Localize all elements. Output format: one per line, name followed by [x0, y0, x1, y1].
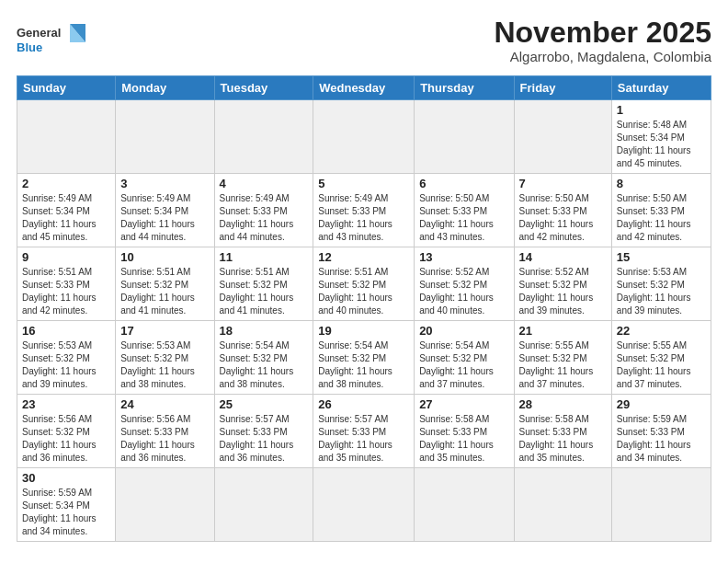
day-number: 12 [318, 250, 409, 264]
week-row-6: 30Sunrise: 5:59 AM Sunset: 5:34 PM Dayli… [17, 468, 711, 542]
day-number: 20 [419, 324, 508, 338]
calendar-cell: 15Sunrise: 5:53 AM Sunset: 5:32 PM Dayli… [611, 247, 711, 321]
calendar-cell [116, 468, 214, 542]
day-info: Sunrise: 5:48 AM Sunset: 5:34 PM Dayligh… [617, 119, 706, 170]
week-row-3: 9Sunrise: 5:51 AM Sunset: 5:33 PM Daylig… [17, 247, 711, 321]
day-number: 3 [120, 177, 209, 190]
day-number: 19 [318, 324, 409, 338]
calendar-cell [611, 468, 711, 542]
day-number: 28 [519, 397, 607, 411]
calendar-cell: 2Sunrise: 5:49 AM Sunset: 5:34 PM Daylig… [17, 174, 116, 247]
week-row-2: 2Sunrise: 5:49 AM Sunset: 5:34 PM Daylig… [17, 174, 711, 247]
calendar-cell: 1Sunrise: 5:48 AM Sunset: 5:34 PM Daylig… [611, 100, 711, 174]
day-number: 11 [220, 250, 309, 264]
calendar-cell [17, 100, 116, 174]
day-number: 30 [22, 471, 110, 485]
day-info: Sunrise: 5:54 AM Sunset: 5:32 PM Dayligh… [220, 339, 309, 391]
day-info: Sunrise: 5:53 AM Sunset: 5:32 PM Dayligh… [120, 339, 209, 391]
day-info: Sunrise: 5:52 AM Sunset: 5:32 PM Dayligh… [519, 266, 607, 317]
calendar-cell: 26Sunrise: 5:57 AM Sunset: 5:33 PM Dayli… [313, 395, 415, 468]
day-info: Sunrise: 5:51 AM Sunset: 5:32 PM Dayligh… [120, 266, 209, 317]
calendar-cell: 11Sunrise: 5:51 AM Sunset: 5:32 PM Dayli… [214, 247, 313, 321]
day-info: Sunrise: 5:59 AM Sunset: 5:33 PM Dayligh… [617, 413, 706, 465]
day-info: Sunrise: 5:49 AM Sunset: 5:34 PM Dayligh… [22, 192, 110, 244]
day-number: 23 [22, 397, 110, 411]
week-row-1: 1Sunrise: 5:48 AM Sunset: 5:34 PM Daylig… [17, 100, 711, 174]
day-number: 1 [617, 103, 706, 117]
day-info: Sunrise: 5:58 AM Sunset: 5:33 PM Dayligh… [419, 413, 508, 465]
day-info: Sunrise: 5:57 AM Sunset: 5:33 PM Dayligh… [318, 413, 409, 465]
svg-text:Blue: Blue [17, 40, 42, 54]
title-area: November 2025 Algarrobo, Magdalena, Colo… [494, 17, 711, 64]
calendar-cell: 17Sunrise: 5:53 AM Sunset: 5:32 PM Dayli… [116, 321, 214, 395]
day-info: Sunrise: 5:52 AM Sunset: 5:32 PM Dayligh… [419, 266, 508, 317]
day-info: Sunrise: 5:49 AM Sunset: 5:33 PM Dayligh… [220, 192, 309, 244]
calendar-cell: 25Sunrise: 5:57 AM Sunset: 5:33 PM Dayli… [214, 395, 313, 468]
day-info: Sunrise: 5:54 AM Sunset: 5:32 PM Dayligh… [419, 339, 508, 391]
calendar-cell: 5Sunrise: 5:49 AM Sunset: 5:33 PM Daylig… [313, 174, 415, 247]
calendar-cell [116, 100, 214, 174]
day-number: 18 [220, 324, 309, 338]
calendar-cell: 9Sunrise: 5:51 AM Sunset: 5:33 PM Daylig… [17, 247, 116, 321]
calendar-cell [415, 468, 514, 542]
weekday-tuesday: Tuesday [214, 76, 313, 100]
calendar-cell: 28Sunrise: 5:58 AM Sunset: 5:33 PM Dayli… [514, 395, 611, 468]
day-info: Sunrise: 5:49 AM Sunset: 5:33 PM Dayligh… [318, 192, 409, 244]
day-number: 15 [617, 250, 706, 264]
calendar-cell: 18Sunrise: 5:54 AM Sunset: 5:32 PM Dayli… [214, 321, 313, 395]
day-info: Sunrise: 5:50 AM Sunset: 5:33 PM Dayligh… [419, 192, 508, 244]
weekday-saturday: Saturday [611, 76, 711, 100]
calendar-cell: 4Sunrise: 5:49 AM Sunset: 5:33 PM Daylig… [214, 174, 313, 247]
day-info: Sunrise: 5:50 AM Sunset: 5:33 PM Dayligh… [519, 192, 607, 244]
day-number: 5 [318, 177, 409, 190]
calendar: SundayMondayTuesdayWednesdayThursdayFrid… [17, 75, 711, 542]
calendar-cell: 22Sunrise: 5:55 AM Sunset: 5:32 PM Dayli… [611, 321, 711, 395]
weekday-header-row: SundayMondayTuesdayWednesdayThursdayFrid… [17, 76, 711, 100]
calendar-cell: 23Sunrise: 5:56 AM Sunset: 5:32 PM Dayli… [17, 395, 116, 468]
calendar-cell: 24Sunrise: 5:56 AM Sunset: 5:33 PM Dayli… [116, 395, 214, 468]
calendar-cell: 21Sunrise: 5:55 AM Sunset: 5:32 PM Dayli… [514, 321, 611, 395]
subtitle: Algarrobo, Magdalena, Colombia [494, 49, 711, 64]
day-info: Sunrise: 5:58 AM Sunset: 5:33 PM Dayligh… [519, 413, 607, 465]
svg-text:General: General [17, 26, 61, 40]
day-number: 9 [22, 250, 110, 264]
day-info: Sunrise: 5:54 AM Sunset: 5:32 PM Dayligh… [318, 339, 409, 391]
calendar-cell: 30Sunrise: 5:59 AM Sunset: 5:34 PM Dayli… [17, 468, 116, 542]
day-number: 21 [519, 324, 607, 338]
day-number: 10 [120, 250, 209, 264]
calendar-cell: 6Sunrise: 5:50 AM Sunset: 5:33 PM Daylig… [415, 174, 514, 247]
calendar-cell [214, 100, 313, 174]
day-number: 29 [617, 397, 706, 411]
day-number: 14 [519, 250, 607, 264]
day-number: 2 [22, 177, 110, 190]
calendar-cell: 20Sunrise: 5:54 AM Sunset: 5:32 PM Dayli… [415, 321, 514, 395]
calendar-cell [313, 468, 415, 542]
calendar-cell: 19Sunrise: 5:54 AM Sunset: 5:32 PM Dayli… [313, 321, 415, 395]
day-number: 7 [519, 177, 607, 190]
day-number: 25 [220, 397, 309, 411]
day-info: Sunrise: 5:56 AM Sunset: 5:32 PM Dayligh… [22, 413, 110, 465]
day-info: Sunrise: 5:51 AM Sunset: 5:32 PM Dayligh… [220, 266, 309, 317]
calendar-cell: 13Sunrise: 5:52 AM Sunset: 5:32 PM Dayli… [415, 247, 514, 321]
weekday-friday: Friday [514, 76, 611, 100]
day-info: Sunrise: 5:51 AM Sunset: 5:32 PM Dayligh… [318, 266, 409, 317]
day-info: Sunrise: 5:55 AM Sunset: 5:32 PM Dayligh… [519, 339, 607, 391]
day-number: 16 [22, 324, 110, 338]
calendar-cell [214, 468, 313, 542]
calendar-cell: 27Sunrise: 5:58 AM Sunset: 5:33 PM Dayli… [415, 395, 514, 468]
day-info: Sunrise: 5:50 AM Sunset: 5:33 PM Dayligh… [617, 192, 706, 244]
weekday-wednesday: Wednesday [313, 76, 415, 100]
day-info: Sunrise: 5:53 AM Sunset: 5:32 PM Dayligh… [617, 266, 706, 317]
day-info: Sunrise: 5:56 AM Sunset: 5:33 PM Dayligh… [120, 413, 209, 465]
day-info: Sunrise: 5:59 AM Sunset: 5:34 PM Dayligh… [22, 487, 110, 538]
day-number: 4 [220, 177, 309, 190]
weekday-sunday: Sunday [17, 76, 116, 100]
weekday-thursday: Thursday [415, 76, 514, 100]
calendar-cell: 14Sunrise: 5:52 AM Sunset: 5:32 PM Dayli… [514, 247, 611, 321]
day-number: 17 [120, 324, 209, 338]
day-info: Sunrise: 5:53 AM Sunset: 5:32 PM Dayligh… [22, 339, 110, 391]
week-row-4: 16Sunrise: 5:53 AM Sunset: 5:32 PM Dayli… [17, 321, 711, 395]
calendar-cell [514, 100, 611, 174]
calendar-cell: 8Sunrise: 5:50 AM Sunset: 5:33 PM Daylig… [611, 174, 711, 247]
day-info: Sunrise: 5:49 AM Sunset: 5:34 PM Dayligh… [120, 192, 209, 244]
